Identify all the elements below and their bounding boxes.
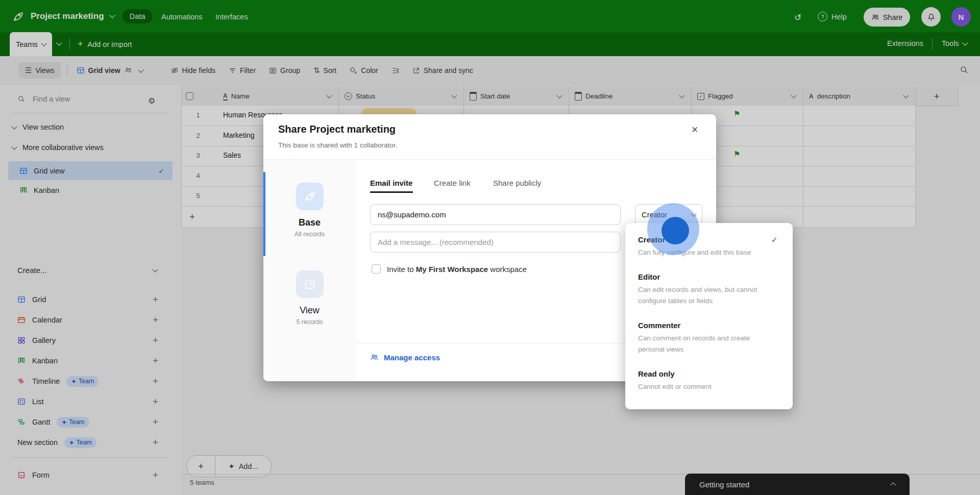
invite-suffix: workspace: [490, 265, 527, 274]
option-readonly[interactable]: Read only Cannot edit or comment: [638, 369, 776, 392]
manage-access-link[interactable]: Manage access: [370, 353, 440, 362]
people-icon: [370, 353, 379, 362]
view-list-icon: [304, 278, 316, 290]
active-tab-underline: [370, 191, 413, 193]
option-editor[interactable]: Editor Can edit records and views, but c…: [638, 273, 776, 307]
view-scope-sub: 5 records: [263, 318, 356, 326]
base-scope-sub: All records: [263, 231, 356, 238]
check-icon: ✓: [771, 235, 778, 244]
modal-subtitle: This base is shared with 1 collaborator.: [278, 141, 397, 149]
base-scope-card[interactable]: [296, 183, 324, 210]
rocket-icon: [303, 190, 316, 203]
permission-dropdown: Creator Can fully configure and edit thi…: [625, 223, 793, 409]
workspace-checkbox[interactable]: [372, 264, 381, 274]
invite-prefix: Invite to: [387, 265, 414, 274]
invite-email-input[interactable]: [370, 204, 621, 225]
tab-email-invite[interactable]: Email invite: [370, 179, 412, 187]
selected-scope-indicator: [263, 172, 265, 256]
option-commenter[interactable]: Commenter Can comment on records and cre…: [638, 321, 776, 355]
click-indicator-cursor: [662, 217, 689, 244]
view-scope-card[interactable]: [296, 270, 324, 298]
invite-message-input[interactable]: [370, 232, 621, 253]
base-scope-label: Base: [263, 217, 356, 228]
app-root: { "topbar": { "title": "Project marketin…: [0, 0, 980, 495]
close-icon[interactable]: ✕: [691, 125, 698, 135]
view-scope-label: View: [263, 305, 356, 316]
tab-create-link[interactable]: Create link: [434, 179, 471, 187]
modal-title: Share Project marketing: [278, 123, 396, 135]
workspace-name: My First Workspace: [416, 265, 488, 274]
invite-workspace-row[interactable]: Invite to My First Workspace workspace: [372, 264, 527, 274]
tab-share-publicly[interactable]: Share publicly: [493, 179, 541, 187]
